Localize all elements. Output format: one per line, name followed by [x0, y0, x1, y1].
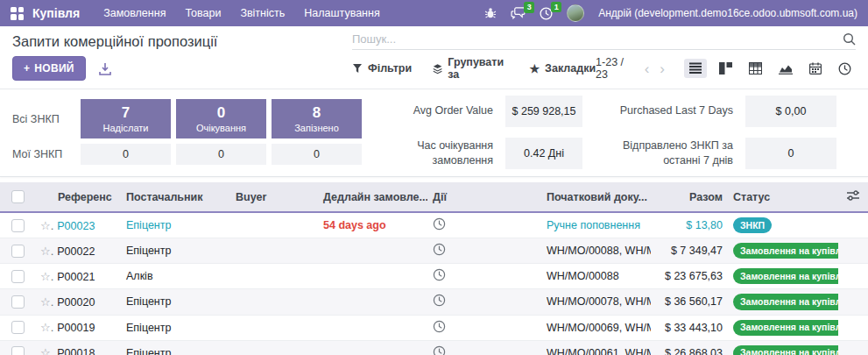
app-name[interactable]: Купівля [32, 6, 80, 20]
search-bar[interactable] [352, 32, 856, 50]
kpi-my-waiting[interactable]: 0 [176, 144, 266, 165]
header-buyer[interactable]: Buyer [230, 182, 318, 212]
view-switcher [684, 59, 856, 79]
priority-star-icon[interactable]: ☆ [40, 270, 53, 283]
status-badge: Замовлення на купівлю [733, 294, 838, 309]
kpi-my-to-send[interactable]: 0 [81, 144, 171, 165]
activity-clock-icon[interactable] [433, 217, 446, 231]
priority-star-icon[interactable]: ☆ [40, 346, 53, 355]
kanban-view-icon[interactable] [715, 59, 737, 78]
buyer [230, 315, 318, 340]
top-navbar: Купівля Замовлення Товари Звітність Нала… [0, 0, 868, 26]
activity-clock-icon[interactable] [433, 294, 446, 307]
reference: P00019 [57, 322, 95, 334]
priority-star-icon[interactable]: ☆ [40, 295, 53, 309]
table-row[interactable]: ☆P00019 Епіцентр WH/MO/00069, WH/M... $ … [0, 315, 868, 340]
activity-clock-icon[interactable] [433, 320, 446, 333]
vendor: Алків [121, 264, 230, 289]
table-row[interactable]: ☆P00021 Алків WH/MO/00088 $ 23 675,63 За… [0, 264, 868, 289]
status-badge: Замовлення на купівлю [733, 345, 838, 355]
reference: P00021 [57, 271, 95, 283]
sent-rfq-last7-label: Відправлено ЗНКП за останні 7 днів [595, 138, 733, 167]
table-row[interactable]: ☆P00020 Епіцентр WH/MO/00078, WH/M... $ … [0, 289, 868, 315]
table-header-row: Референс Постачальник Buyer Дедлайн замо… [0, 182, 868, 212]
calendar-view-icon[interactable] [805, 59, 826, 78]
menu-products[interactable]: Товари [175, 0, 230, 26]
optional-columns-sliders-icon[interactable] [846, 189, 860, 202]
apps-grid-icon[interactable] [11, 7, 24, 20]
debug-bug-icon[interactable] [484, 7, 497, 19]
user-name[interactable]: Андрій (development.demo16ce.odoo.ubmsof… [598, 7, 857, 19]
activities-count-badge: 1 [551, 2, 561, 13]
new-button-label: НОВИЙ [34, 62, 74, 75]
status-badge: ЗНКП [733, 217, 772, 233]
filters-button[interactable]: Фільтри [352, 62, 412, 75]
row-checkbox[interactable] [11, 219, 25, 232]
table-row[interactable]: ☆P00018 Епіцентр WH/MO/00061, WH/M... $ … [0, 340, 868, 355]
total: $ 36 560,17 [651, 289, 728, 315]
status-badge: Замовлення на купівлю [733, 268, 838, 284]
row-checkbox[interactable] [11, 346, 25, 355]
vendor: Епіцентр [121, 315, 230, 340]
row-checkbox[interactable] [11, 321, 25, 334]
kpi-my-late[interactable]: 0 [272, 144, 362, 165]
source-document: Ручне поповнення [541, 212, 651, 238]
favorites-button[interactable]: ★ Закладки [529, 62, 596, 75]
priority-star-icon[interactable]: ☆ [40, 245, 53, 258]
header-deadline[interactable]: Дедлайн замовле... [318, 182, 427, 212]
messages-icon[interactable]: 3 [511, 7, 526, 19]
header-status[interactable]: Статус [728, 182, 838, 212]
priority-star-icon[interactable]: ☆ [40, 321, 53, 334]
table-row[interactable]: ☆P00023 Епіцентр 54 days ago Ручне попов… [0, 212, 868, 238]
kpi-tile-waiting[interactable]: 0 Очікування [176, 99, 266, 138]
activity-clock-icon[interactable] [433, 345, 446, 355]
list-view-icon[interactable] [684, 59, 707, 78]
vendor: Епіцентр [121, 289, 230, 315]
search-input[interactable] [352, 32, 843, 46]
messages-count-badge: 3 [524, 2, 534, 13]
priority-star-icon[interactable]: ☆ [40, 219, 53, 232]
user-menu[interactable] [567, 4, 584, 22]
row-checkbox[interactable] [11, 245, 25, 258]
export-download-icon[interactable] [98, 62, 112, 75]
menu-orders[interactable]: Замовлення [94, 0, 175, 26]
chevron-left-icon[interactable]: ‹ [643, 61, 652, 76]
header-total[interactable]: Разом [651, 182, 728, 212]
order-deadline [318, 264, 427, 289]
reference: P00022 [57, 245, 95, 258]
activity-clock-icon[interactable] [433, 243, 446, 256]
lead-time-value: 0.42 Дні [505, 138, 582, 169]
reference: P00018 [57, 347, 95, 355]
chevron-right-icon[interactable]: › [658, 61, 667, 76]
menu-reporting[interactable]: Звітність [230, 0, 294, 26]
pivot-view-icon[interactable] [745, 59, 766, 78]
activity-view-icon[interactable] [834, 59, 856, 79]
vendor: Епіцентр [121, 212, 230, 238]
control-panel: Запити комерційної пропозиції + НОВИЙ Фі… [0, 26, 868, 89]
order-deadline [318, 238, 427, 264]
header-activities[interactable]: Дії [427, 182, 541, 212]
kpi-tile-late[interactable]: 8 Запізнено [272, 99, 362, 138]
header-vendor[interactable]: Постачальник [121, 182, 230, 212]
lead-time-label: Час очікування замовлення [362, 138, 493, 167]
header-source-document[interactable]: Початковий доку... [541, 182, 651, 212]
row-checkbox[interactable] [11, 295, 25, 309]
status-badge: Замовлення на купівлю [733, 243, 838, 259]
source-document: WH/MO/00088 [541, 264, 651, 289]
activity-clock-icon[interactable] [433, 268, 446, 281]
group-by-button[interactable]: Групувати за [433, 56, 508, 81]
group-by-label: Групувати за [448, 56, 508, 81]
row-checkbox[interactable] [11, 270, 25, 283]
new-button[interactable]: + НОВИЙ [12, 56, 86, 81]
header-reference[interactable]: Референс [35, 182, 121, 212]
table-row[interactable]: ☆P00022 Епіцентр WH/MO/00088, WH/M... $ … [0, 238, 868, 264]
buyer [230, 340, 318, 355]
menu-settings[interactable]: Налаштування [294, 0, 389, 26]
select-all-checkbox[interactable] [11, 190, 25, 203]
source-document: WH/MO/00088, WH/M... [541, 238, 651, 264]
graph-view-icon[interactable] [774, 60, 797, 78]
reference: P00023 [57, 220, 95, 232]
kpi-value: 0 [176, 103, 266, 122]
kpi-tile-to-send[interactable]: 7 Надіслати [81, 99, 171, 138]
activities-clock-icon[interactable]: 1 [540, 7, 553, 20]
